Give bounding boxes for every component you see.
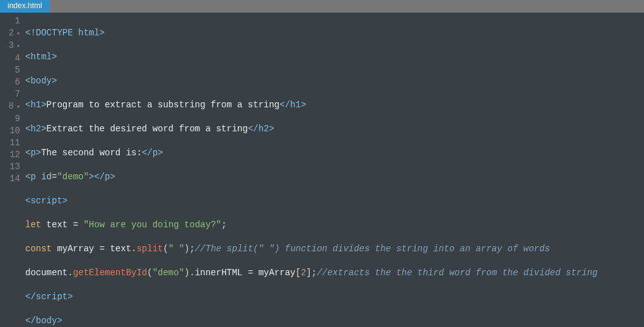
- line-number: 1: [0, 15, 20, 27]
- line-number: 7: [0, 88, 20, 100]
- line-number: 5: [0, 64, 20, 76]
- line-number: 12: [0, 149, 20, 161]
- line-number: 6: [0, 76, 20, 88]
- editor-pane: index.html 1 2▾ 3▾ 4 5 6 7 8▾ 9 10 11 12…: [0, 0, 644, 327]
- line-number: 10: [0, 125, 20, 137]
- line-number-gutter: 1 2▾ 3▾ 4 5 6 7 8▾ 9 10 11 12 13 14: [0, 15, 25, 327]
- code-content[interactable]: <!DOCTYPE html> <html> <body> <h1>Progra…: [25, 15, 644, 327]
- line-number: 2▾: [0, 27, 20, 40]
- fold-arrow-icon[interactable]: ▾: [15, 40, 20, 52]
- fold-arrow-icon[interactable]: ▾: [15, 28, 20, 40]
- tab-index-html[interactable]: index.html: [0, 0, 50, 13]
- line-number: 3▾: [0, 40, 20, 52]
- line-number: 8▾: [0, 100, 20, 113]
- fold-arrow-icon[interactable]: ▾: [15, 101, 20, 113]
- tab-bar: index.html: [0, 0, 644, 13]
- code-area[interactable]: 1 2▾ 3▾ 4 5 6 7 8▾ 9 10 11 12 13 14 <!DO…: [0, 13, 644, 327]
- line-number: 13: [0, 161, 20, 173]
- line-number: 4: [0, 52, 20, 64]
- line-number: 14: [0, 173, 20, 185]
- line-number: 9: [0, 113, 20, 125]
- line-number: 11: [0, 137, 20, 149]
